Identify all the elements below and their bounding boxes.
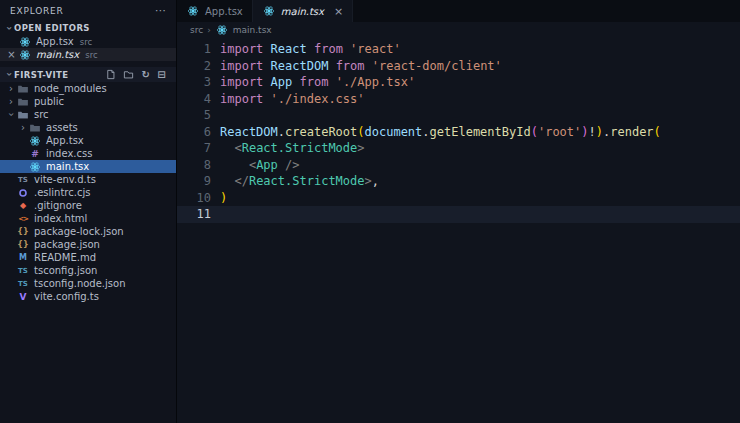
file-label: .eslintrc.cjs <box>34 187 90 198</box>
react-icon <box>262 5 276 18</box>
react-icon <box>28 160 42 173</box>
line-number: 2 <box>177 58 211 75</box>
folder-icon <box>16 95 30 108</box>
tree-item-src[interactable]: ›src <box>0 108 176 121</box>
line-content <box>211 206 220 223</box>
react-icon <box>18 35 32 48</box>
line-number: 3 <box>177 74 211 91</box>
line-number: 4 <box>177 91 211 108</box>
line-number: 5 <box>177 107 211 124</box>
tree-item-tsconfig-node-json[interactable]: TStsconfig.node.json <box>0 277 176 290</box>
open-editor-main-tsx[interactable]: × main.tsx src <box>0 48 176 61</box>
folder-open-icon <box>16 108 30 121</box>
tree-item-index-css[interactable]: #index.css <box>0 147 176 160</box>
code-line-6[interactable]: 6ReactDOM.createRoot(document.getElement… <box>177 124 740 141</box>
new-folder-icon[interactable] <box>123 69 134 80</box>
file-label: App.tsx <box>46 135 84 146</box>
tab-label: App.tsx <box>205 6 243 17</box>
file-label: index.html <box>34 213 87 224</box>
code-line-2[interactable]: 2import ReactDOM from 'react-dom/client' <box>177 58 740 75</box>
line-content: </React.StrictMode>, <box>211 173 379 190</box>
code-line-4[interactable]: 4import './index.css' <box>177 91 740 108</box>
chevron-right-icon: › <box>207 25 211 35</box>
file-label: assets <box>46 122 78 133</box>
line-number: 1 <box>177 41 211 58</box>
line-content: <React.StrictMode> <box>211 140 365 157</box>
tsconfig-icon: TS <box>16 277 30 290</box>
chevron-right-icon: › <box>18 122 28 133</box>
line-content <box>211 107 220 124</box>
file-label: .gitignore <box>34 200 82 211</box>
open-editors-header[interactable]: › OPEN EDITORS <box>0 21 176 35</box>
chevron-down-icon: › <box>4 23 15 33</box>
more-actions-icon[interactable]: ⋯ <box>155 4 166 17</box>
line-number: 7 <box>177 140 211 157</box>
editor-group: App.tsx main.tsx × src › main.tsx 1impor… <box>176 0 740 423</box>
breadcrumb-folder[interactable]: src <box>190 25 203 35</box>
workspace-section-header[interactable]: › FIRST-VITE ↻⊟ <box>0 67 176 82</box>
code-line-11[interactable]: 11 <box>177 206 740 223</box>
json-icon: {} <box>16 238 30 251</box>
line-content: <App /> <box>211 157 300 174</box>
code-line-9[interactable]: 9 </React.StrictMode>, <box>177 173 740 190</box>
close-icon[interactable]: × <box>5 49 18 60</box>
react-icon <box>186 5 200 18</box>
line-number: 9 <box>177 173 211 190</box>
line-number: 8 <box>177 157 211 174</box>
tree-item-vite-config-ts[interactable]: Vvite.config.ts <box>0 290 176 303</box>
code-line-5[interactable]: 5 <box>177 107 740 124</box>
tree-item-main-tsx[interactable]: main.tsx <box>0 160 176 173</box>
open-editor-app-tsx[interactable]: App.tsx src <box>0 35 176 48</box>
code-line-1[interactable]: 1import React from 'react' <box>177 41 740 58</box>
line-content: ) <box>211 190 227 207</box>
tree-item-package-json[interactable]: {}package.json <box>0 238 176 251</box>
vscode-window: EXPLORER ⋯ › OPEN EDITORS App.tsx src × … <box>0 0 740 423</box>
file-tree: ›node_modules›public›src›assetsApp.tsx#i… <box>0 82 176 303</box>
file-label: main.tsx <box>46 161 89 172</box>
open-editor-label: App.tsx <box>36 36 74 47</box>
code-line-10[interactable]: 10) <box>177 190 740 207</box>
line-content: import React from 'react' <box>211 41 401 58</box>
tree-item--eslintrc-cjs[interactable]: .eslintrc.cjs <box>0 186 176 199</box>
tree-item-public[interactable]: ›public <box>0 95 176 108</box>
html-icon: <> <box>16 212 30 225</box>
git-icon: ◆ <box>16 199 30 212</box>
code-line-8[interactable]: 8 <App /> <box>177 157 740 174</box>
open-editor-detail: src <box>85 50 97 60</box>
explorer-sidebar: EXPLORER ⋯ › OPEN EDITORS App.tsx src × … <box>0 0 176 423</box>
chevron-down-icon: › <box>4 70 15 80</box>
react-icon <box>28 134 42 147</box>
open-editors-label: OPEN EDITORS <box>14 23 90 33</box>
tree-item-tsconfig-json[interactable]: TStsconfig.json <box>0 264 176 277</box>
markdown-icon: M <box>16 251 30 264</box>
tree-item-node-modules[interactable]: ›node_modules <box>0 82 176 95</box>
close-icon[interactable]: × <box>334 5 343 18</box>
tree-item-package-lock-json[interactable]: {}package-lock.json <box>0 225 176 238</box>
file-label: tsconfig.json <box>34 265 97 276</box>
code-area[interactable]: 1import React from 'react'2import ReactD… <box>177 38 740 423</box>
css-icon: # <box>28 147 42 160</box>
code-line-7[interactable]: 7 <React.StrictMode> <box>177 140 740 157</box>
tree-item-vite-env-d-ts[interactable]: TSvite-env.d.ts <box>0 173 176 186</box>
tree-item-app-tsx[interactable]: App.tsx <box>0 134 176 147</box>
file-label: vite.config.ts <box>34 291 99 302</box>
tab-label: main.tsx <box>281 6 324 17</box>
tree-item-assets[interactable]: ›assets <box>0 121 176 134</box>
tree-item-readme-md[interactable]: MREADME.md <box>0 251 176 264</box>
ts-icon: TS <box>16 173 30 186</box>
new-file-icon[interactable] <box>105 69 116 80</box>
tab-main-tsx[interactable]: main.tsx × <box>253 0 353 22</box>
breadcrumb[interactable]: src › main.tsx <box>177 22 740 38</box>
tree-item-index-html[interactable]: <>index.html <box>0 212 176 225</box>
file-label: tsconfig.node.json <box>34 278 126 289</box>
collapse-all-icon[interactable]: ⊟ <box>157 69 166 80</box>
tab-app-tsx[interactable]: App.tsx <box>177 0 253 22</box>
line-number: 6 <box>177 124 211 141</box>
code-line-3[interactable]: 3import App from './App.tsx' <box>177 74 740 91</box>
tree-item--gitignore[interactable]: ◆.gitignore <box>0 199 176 212</box>
line-number: 11 <box>177 206 211 223</box>
refresh-icon[interactable]: ↻ <box>141 69 150 80</box>
breadcrumb-file[interactable]: main.tsx <box>233 25 272 35</box>
react-icon <box>215 24 229 37</box>
explorer-actions: ↻⊟ <box>105 69 172 80</box>
